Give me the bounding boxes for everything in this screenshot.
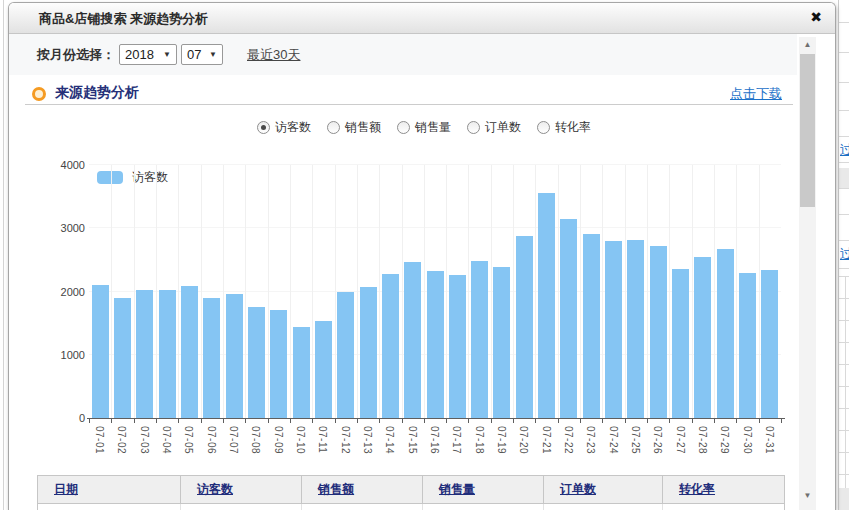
- v-gridline: [335, 165, 336, 418]
- chevron-down-icon: ▼: [209, 50, 217, 59]
- metric-radio-1[interactable]: 销售额: [327, 119, 381, 136]
- bar-07-23[interactable]: [583, 234, 600, 418]
- column-header-3[interactable]: 销售量: [423, 476, 544, 503]
- background-table-border: [839, 298, 849, 299]
- metric-radio-3[interactable]: 订单数: [467, 119, 521, 136]
- metric-radio-2[interactable]: 销售量: [397, 119, 451, 136]
- bar-07-04[interactable]: [159, 290, 176, 418]
- v-gridline: [513, 165, 514, 418]
- dialog-scrollbar[interactable]: ▲ ▼: [799, 37, 816, 510]
- bar-07-14[interactable]: [382, 274, 399, 418]
- bar-07-20[interactable]: [516, 236, 533, 418]
- y-axis-tick-label: 2000: [15, 286, 85, 298]
- background-table-border: [839, 364, 849, 365]
- section-divider: [25, 104, 793, 105]
- bar-07-03[interactable]: [136, 290, 153, 418]
- bar-07-08[interactable]: [248, 307, 265, 418]
- background-table-border: [839, 342, 849, 343]
- x-axis-tick-label: 07-13: [362, 426, 373, 454]
- background-table-border: [839, 386, 849, 387]
- x-axis-tick-label: 07-08: [250, 426, 261, 454]
- background-page-strip: 过过: [838, 0, 849, 510]
- metric-radio-0[interactable]: 访客数: [257, 119, 311, 136]
- x-axis-tick-label: 07-02: [116, 426, 127, 454]
- bar-07-27[interactable]: [672, 269, 689, 418]
- h-gridline: [89, 227, 781, 228]
- year-select-value: 2018: [125, 47, 154, 62]
- x-axis-tick: [335, 418, 336, 423]
- x-axis-tick-label: 07-29: [719, 426, 730, 454]
- background-table-border: [839, 268, 849, 269]
- bar-07-06[interactable]: [203, 298, 220, 418]
- column-header-4[interactable]: 订单数: [544, 476, 663, 503]
- bar-07-30[interactable]: [739, 273, 756, 418]
- bar-07-21[interactable]: [538, 193, 555, 418]
- x-axis-tick: [759, 418, 760, 423]
- bar-07-01[interactable]: [92, 285, 109, 418]
- x-axis-tick: [201, 418, 202, 423]
- bar-07-25[interactable]: [627, 240, 644, 418]
- x-axis-tick: [178, 418, 179, 423]
- x-axis-tick: [468, 418, 469, 423]
- metric-radio-4[interactable]: 转化率: [537, 119, 591, 136]
- bar-07-05[interactable]: [181, 286, 198, 418]
- v-gridline: [312, 165, 313, 418]
- bar-07-29[interactable]: [717, 249, 734, 419]
- metric-radio-label: 销售额: [345, 119, 381, 136]
- x-axis-tick: [111, 418, 112, 423]
- bar-07-09[interactable]: [270, 310, 287, 418]
- column-header-1[interactable]: 访客数: [181, 476, 302, 503]
- scrollbar-thumb[interactable]: [800, 54, 815, 207]
- table-cell: [663, 504, 784, 510]
- bar-07-18[interactable]: [471, 261, 488, 418]
- x-axis-tick: [535, 418, 536, 423]
- section-title: 来源趋势分析: [55, 84, 139, 102]
- bar-07-17[interactable]: [449, 275, 466, 418]
- bar-07-28[interactable]: [694, 257, 711, 418]
- bar-07-22[interactable]: [560, 219, 577, 418]
- radio-circle-icon: [467, 121, 480, 134]
- bar-07-07[interactable]: [226, 294, 243, 418]
- background-link: 过: [840, 141, 849, 159]
- bar-07-11[interactable]: [315, 321, 332, 418]
- bar-07-12[interactable]: [337, 292, 354, 419]
- x-axis-tick: [357, 418, 358, 423]
- download-link[interactable]: 点击下载: [730, 85, 782, 103]
- month-select[interactable]: 07 ▼: [181, 44, 223, 65]
- x-axis-tick-label: 07-27: [675, 426, 686, 454]
- x-axis-tick-label: 07-17: [451, 426, 462, 454]
- bar-07-13[interactable]: [360, 287, 377, 418]
- column-header-0[interactable]: 日期: [38, 476, 181, 503]
- last-30-days-link[interactable]: 最近30天: [247, 46, 300, 64]
- x-axis-line: [87, 418, 785, 419]
- radio-circle-icon: [257, 121, 270, 134]
- filter-label: 按月份选择：: [37, 46, 115, 64]
- year-select[interactable]: 2018 ▼: [119, 44, 177, 65]
- column-header-2[interactable]: 销售额: [302, 476, 423, 503]
- x-axis-tick: [156, 418, 157, 423]
- x-axis-tick-label: 07-18: [474, 426, 485, 454]
- column-header-5[interactable]: 转化率: [663, 476, 784, 503]
- bar-07-24[interactable]: [605, 241, 622, 418]
- bar-07-02[interactable]: [114, 298, 131, 418]
- x-axis-tick-label: 07-31: [764, 426, 775, 454]
- x-axis-tick: [312, 418, 313, 423]
- bar-07-16[interactable]: [427, 271, 444, 418]
- background-table-border: [839, 110, 849, 111]
- x-axis-labels: 07-0107-0207-0307-0407-0507-0607-0707-08…: [9, 426, 809, 472]
- x-axis-tick: [402, 418, 403, 423]
- scrollbar-down-icon[interactable]: ▼: [799, 489, 816, 503]
- bar-07-15[interactable]: [404, 262, 421, 418]
- bar-07-10[interactable]: [293, 327, 310, 418]
- scrollbar-up-icon[interactable]: ▲: [799, 38, 816, 52]
- x-axis-tick-label: 07-16: [429, 426, 440, 454]
- bar-07-26[interactable]: [650, 246, 667, 418]
- x-axis-tick: [669, 418, 670, 423]
- bar-07-19[interactable]: [493, 267, 510, 418]
- close-icon[interactable]: ✖: [810, 9, 822, 25]
- bar-07-31[interactable]: [761, 270, 778, 418]
- month-select-value: 07: [187, 47, 201, 62]
- background-table-border: [839, 276, 849, 277]
- x-axis-tick-label: 07-20: [518, 426, 529, 454]
- chart-legend[interactable]: 访客数: [97, 169, 168, 186]
